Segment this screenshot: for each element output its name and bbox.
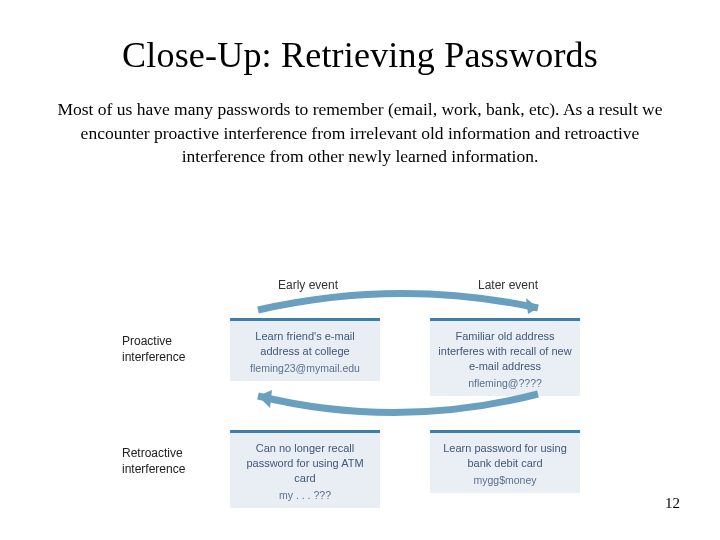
box-subtext: mygg$money <box>436 473 574 487</box>
arrow-proactive <box>238 286 558 318</box>
page-number: 12 <box>665 495 680 512</box>
row-label-proactive: Proactive interference <box>122 334 202 365</box>
box-subtext: fleming23@mymail.edu <box>236 361 374 375</box>
row-label-retroactive: Retroactive interference <box>122 446 202 477</box>
box-retroactive-later: Learn password for using bank debit card… <box>430 430 580 493</box>
arrow-retroactive <box>238 388 558 424</box>
box-text: Can no longer recall password for using … <box>236 441 374 486</box>
box-retroactive-early: Can no longer recall password for using … <box>230 430 380 508</box>
slide: Close-Up: Retrieving Passwords Most of u… <box>0 0 720 540</box>
slide-body-text: Most of us have many passwords to rememb… <box>32 98 688 169</box>
box-text: Familiar old address interferes with rec… <box>436 329 574 374</box>
box-proactive-early: Learn friend's e-mail address at college… <box>230 318 380 381</box>
box-proactive-later: Familiar old address interferes with rec… <box>430 318 580 396</box>
box-subtext: my . . . ??? <box>236 488 374 502</box>
box-text: Learn password for using bank debit card <box>436 441 574 471</box>
interference-diagram: Early event Later event Proactive interf… <box>130 280 610 510</box>
slide-title: Close-Up: Retrieving Passwords <box>32 34 688 76</box>
box-text: Learn friend's e-mail address at college <box>236 329 374 359</box>
